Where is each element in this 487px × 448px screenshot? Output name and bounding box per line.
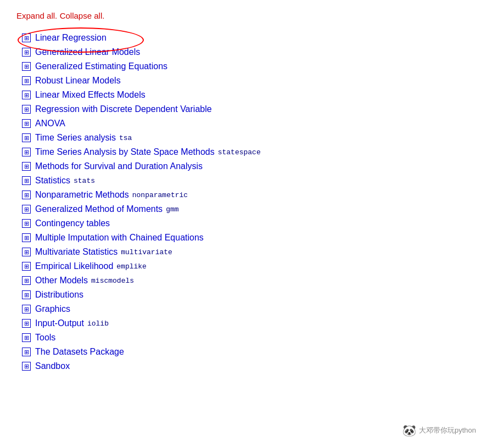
menu-item-survival-duration: ⊞Methods for Survival and Duration Analy… (16, 159, 471, 173)
item-label-generalized-linear-models[interactable]: Generalized Linear Models (35, 47, 140, 57)
expand-icon-sandbox[interactable]: ⊞ (22, 362, 31, 371)
item-tag-multivariate-statistics: multivariate (121, 248, 172, 256)
menu-item-robust-linear-models: ⊞Robust Linear Models (16, 74, 471, 88)
expand-icon-survival-duration[interactable]: ⊞ (22, 162, 31, 171)
expand-icon-linear-regression[interactable]: ⊞ (22, 33, 31, 42)
item-label-input-output[interactable]: Input-Output (35, 318, 84, 328)
expand-icon-other-models[interactable]: ⊞ (22, 276, 31, 285)
item-tag-empirical-likelihood: emplike (116, 262, 147, 271)
item-label-time-series-state-space[interactable]: Time Series Analysis by State Space Meth… (35, 147, 215, 157)
expand-icon-empirical-likelihood[interactable]: ⊞ (22, 262, 31, 271)
item-label-contingency-tables[interactable]: Contingency tables (35, 219, 110, 228)
expand-icon-multiple-imputation[interactable]: ⊞ (22, 233, 31, 242)
watermark-text: 大邓带你玩python (419, 425, 476, 435)
item-label-multivariate-statistics[interactable]: Multivariate Statistics (35, 247, 117, 257)
item-label-datasets-package[interactable]: The Datasets Package (35, 347, 124, 357)
expand-icon-robust-linear-models[interactable]: ⊞ (22, 76, 31, 85)
item-label-generalized-estimating-equations[interactable]: Generalized Estimating Equations (35, 61, 167, 71)
item-label-graphics[interactable]: Graphics (35, 304, 70, 314)
expand-icon-statistics[interactable]: ⊞ (22, 176, 31, 185)
item-label-distributions[interactable]: Distributions (35, 290, 83, 300)
item-label-robust-linear-models[interactable]: Robust Linear Models (35, 76, 121, 86)
menu-item-generalized-linear-models: ⊞Generalized Linear Models (16, 45, 471, 59)
menu-item-multiple-imputation: ⊞Multiple Imputation with Chained Equati… (16, 231, 471, 245)
item-label-linear-regression[interactable]: Linear Regression (35, 33, 107, 43)
item-tag-time-series-state-space: statespace (218, 148, 261, 156)
item-label-linear-mixed-effects-models[interactable]: Linear Mixed Effects Models (35, 90, 145, 100)
item-label-regression-discrete[interactable]: Regression with Discrete Dependent Varia… (35, 104, 212, 114)
menu-item-datasets-package: ⊞The Datasets Package (16, 345, 471, 359)
menu-item-sandbox: ⊞Sandbox (16, 359, 471, 373)
menu-item-time-series-analysis: ⊞Time Series analysistsa (16, 131, 471, 145)
expand-all-link[interactable]: Expand all. (16, 11, 57, 20)
menu-item-linear-regression: ⊞Linear Regression (16, 31, 471, 45)
menu-item-other-models: ⊞Other Modelsmiscmodels (16, 273, 471, 288)
item-tag-time-series-analysis: tsa (119, 134, 132, 142)
menu-item-generalized-method-moments: ⊞Generalized Method of Momentsgmm (16, 202, 471, 216)
expand-icon-distributions[interactable]: ⊞ (22, 290, 31, 299)
menu-item-linear-mixed-effects-models: ⊞Linear Mixed Effects Models (16, 88, 471, 102)
expand-icon-datasets-package[interactable]: ⊞ (22, 348, 31, 356)
menu-item-empirical-likelihood: ⊞Empirical Likelihoodemplike (16, 259, 471, 273)
item-tag-nonparametric: nonparametric (132, 191, 188, 199)
expand-icon-nonparametric[interactable]: ⊞ (22, 191, 31, 199)
item-label-tools[interactable]: Tools (35, 333, 55, 343)
menu-item-statistics: ⊞Statisticsstats (16, 173, 471, 188)
expand-icon-graphics[interactable]: ⊞ (22, 305, 31, 313)
item-label-anova[interactable]: ANOVA (35, 119, 65, 128)
expand-icon-contingency-tables[interactable]: ⊞ (22, 219, 31, 228)
expand-icon-tools[interactable]: ⊞ (22, 333, 31, 342)
menu-item-input-output: ⊞Input-Outputiolib (16, 316, 471, 331)
item-label-survival-duration[interactable]: Methods for Survival and Duration Analys… (35, 161, 203, 171)
expand-icon-multivariate-statistics[interactable]: ⊞ (22, 248, 31, 256)
watermark-icon: 🐼 (402, 424, 416, 437)
menu-item-distributions: ⊞Distributions (16, 288, 471, 302)
item-tag-generalized-method-moments: gmm (166, 205, 178, 214)
menu-item-generalized-estimating-equations: ⊞Generalized Estimating Equations (16, 59, 471, 74)
menu-item-tools: ⊞Tools (16, 331, 471, 345)
expand-icon-generalized-method-moments[interactable]: ⊞ (22, 205, 31, 214)
item-tag-statistics: stats (74, 177, 95, 185)
item-label-statistics[interactable]: Statistics (35, 176, 70, 186)
expand-icon-regression-discrete[interactable]: ⊞ (22, 105, 31, 114)
item-label-other-models[interactable]: Other Models (35, 276, 88, 285)
menu-item-time-series-state-space: ⊞Time Series Analysis by State Space Met… (16, 145, 471, 159)
expand-icon-linear-mixed-effects-models[interactable]: ⊞ (22, 91, 31, 99)
menu-item-regression-discrete: ⊞Regression with Discrete Dependent Vari… (16, 102, 471, 116)
item-label-nonparametric[interactable]: Nonparametric Methods (35, 190, 129, 200)
watermark: 🐼 大邓带你玩python (402, 424, 476, 437)
item-tag-input-output: iolib (87, 320, 109, 328)
item-label-generalized-method-moments[interactable]: Generalized Method of Moments (35, 204, 163, 214)
header-links: Expand all. Collapse all. (16, 11, 471, 21)
expand-icon-generalized-estimating-equations[interactable]: ⊞ (22, 62, 31, 71)
expand-icon-time-series-analysis[interactable]: ⊞ (22, 133, 31, 142)
menu-item-nonparametric: ⊞Nonparametric Methodsnonparametric (16, 188, 471, 202)
expand-icon-anova[interactable]: ⊞ (22, 119, 31, 128)
item-label-empirical-likelihood[interactable]: Empirical Likelihood (35, 261, 113, 271)
menu-list: ⊞Linear Regression⊞Generalized Linear Mo… (16, 31, 471, 373)
menu-item-multivariate-statistics: ⊞Multivariate Statisticsmultivariate (16, 245, 471, 259)
item-label-time-series-analysis[interactable]: Time Series analysis (35, 133, 116, 143)
expand-icon-input-output[interactable]: ⊞ (22, 319, 31, 328)
menu-item-anova: ⊞ANOVA (16, 116, 471, 131)
collapse-all-link[interactable]: Collapse all. (60, 11, 105, 20)
expand-icon-time-series-state-space[interactable]: ⊞ (22, 148, 31, 156)
item-label-sandbox[interactable]: Sandbox (35, 361, 70, 371)
item-label-multiple-imputation[interactable]: Multiple Imputation with Chained Equatio… (35, 233, 204, 243)
expand-icon-generalized-linear-models[interactable]: ⊞ (22, 48, 31, 57)
item-tag-other-models: miscmodels (91, 277, 134, 285)
menu-item-contingency-tables: ⊞Contingency tables (16, 216, 471, 231)
menu-item-graphics: ⊞Graphics (16, 302, 471, 316)
